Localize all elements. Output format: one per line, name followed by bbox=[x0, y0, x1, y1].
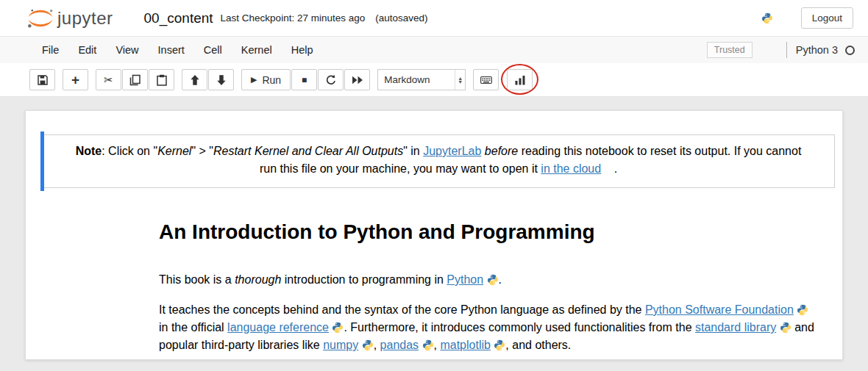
python-icon bbox=[780, 319, 791, 336]
menu-file[interactable]: File bbox=[32, 44, 68, 56]
python-icon bbox=[797, 301, 808, 319]
link-language-reference[interactable]: language reference bbox=[227, 321, 329, 334]
text-segment: It teaches the concepts behind and the s… bbox=[159, 303, 645, 316]
text-segment: Restart Kernel and Clear All Outputs bbox=[213, 145, 403, 157]
trusted-badge[interactable]: Trusted bbox=[707, 42, 753, 58]
cell-type-value: Markdown bbox=[378, 74, 455, 85]
keyboard-icon bbox=[480, 74, 492, 86]
move-up-icon bbox=[189, 74, 201, 86]
link-matplotlib[interactable]: matplotlib bbox=[440, 339, 490, 351]
link-python-software-foundation[interactable]: Python Software Foundation bbox=[645, 303, 794, 316]
python-icon bbox=[487, 271, 499, 289]
copy-button[interactable] bbox=[122, 69, 148, 90]
text-segment: " > " bbox=[191, 145, 213, 157]
link-standard-library[interactable]: standard library bbox=[695, 321, 776, 334]
cut-icon: ✂ bbox=[104, 74, 113, 85]
text-segment: before bbox=[485, 145, 518, 157]
link-jupyterlab[interactable]: JupyterLab bbox=[423, 145, 481, 157]
text-segment: . bbox=[614, 162, 617, 175]
restart-kernel-button[interactable] bbox=[318, 69, 344, 90]
notebook-header: jupyter 00_content Last Checkpoint: 27 m… bbox=[0, 0, 868, 37]
run-label: Run bbox=[262, 74, 281, 86]
link-pandas[interactable]: pandas bbox=[380, 339, 419, 351]
menu-bar: File Edit View Insert Cell Kernel Help T… bbox=[0, 37, 868, 63]
run-button[interactable]: ▶ Run bbox=[241, 69, 291, 90]
save-icon bbox=[37, 74, 49, 86]
python-icon bbox=[494, 336, 505, 354]
jupyter-logo-icon bbox=[26, 7, 54, 29]
kernel-name: Python 3 bbox=[796, 44, 838, 56]
menu-insert[interactable]: Insert bbox=[149, 44, 194, 56]
menu-cell[interactable]: Cell bbox=[194, 44, 232, 56]
paste-icon bbox=[156, 74, 168, 86]
kernel-status-icon bbox=[845, 46, 855, 55]
chevron-down-icon: ▲▼ bbox=[455, 70, 465, 90]
menu-kernel[interactable]: Kernel bbox=[232, 44, 282, 56]
restart-run-all-button[interactable] bbox=[344, 69, 370, 90]
text-segment: in the official bbox=[159, 321, 227, 334]
add-cell-button[interactable]: + bbox=[63, 69, 88, 90]
move-down-icon bbox=[216, 74, 227, 86]
chart-icon bbox=[514, 74, 526, 86]
move-down-button[interactable] bbox=[208, 69, 234, 90]
cut-button[interactable]: ✂ bbox=[96, 69, 121, 90]
python-icon bbox=[332, 319, 344, 336]
divider bbox=[786, 42, 787, 58]
intro-paragraph: This book is a thorough introduction to … bbox=[159, 271, 819, 289]
add-cell-icon: + bbox=[71, 73, 79, 87]
cell-type-select[interactable]: Markdown ▲▼ bbox=[377, 69, 466, 90]
jupyter-logo[interactable]: jupyter bbox=[26, 7, 113, 29]
link-numpy[interactable]: numpy bbox=[323, 339, 358, 351]
command-palette-button[interactable] bbox=[473, 69, 499, 90]
copy-icon bbox=[129, 74, 141, 86]
toolbar: + ✂ ▶ Run ■ Markdown ▲▼ bbox=[0, 63, 868, 97]
text-segment: . Furthermore, it introduces commonly us… bbox=[344, 321, 695, 334]
link-python[interactable]: Python bbox=[447, 273, 483, 286]
autosave-status: (autosaved) bbox=[375, 12, 427, 24]
notebook-title[interactable]: 00_content bbox=[144, 10, 213, 26]
menu-right: Trusted Python 3 bbox=[707, 42, 855, 58]
fast-forward-icon bbox=[352, 74, 363, 86]
text-segment: Note bbox=[76, 145, 102, 157]
markdown-cell[interactable]: An Introduction to Python and Programmin… bbox=[26, 220, 842, 354]
chart-button[interactable] bbox=[507, 69, 533, 90]
python-logo-icon bbox=[761, 12, 773, 24]
save-button[interactable] bbox=[29, 69, 55, 90]
note-callout: Note: Click on "Kernel" > "Restart Kerne… bbox=[42, 134, 835, 188]
stop-icon: ■ bbox=[302, 76, 307, 84]
notebook-body: Note: Click on "Kernel" > "Restart Kerne… bbox=[0, 97, 868, 370]
jupyter-logo-text: jupyter bbox=[57, 8, 113, 29]
text-segment: Kernel bbox=[157, 145, 191, 157]
menu-help[interactable]: Help bbox=[282, 44, 323, 56]
header-right: Logout bbox=[761, 7, 853, 29]
flower-icon bbox=[605, 160, 614, 178]
page-title: An Introduction to Python and Programmin… bbox=[159, 220, 819, 244]
text-segment: , bbox=[374, 339, 380, 351]
python-icon bbox=[422, 336, 434, 354]
link-in-the-cloud[interactable]: in the cloud bbox=[541, 162, 601, 175]
text-segment: thorough bbox=[235, 273, 281, 286]
details-paragraph: It teaches the concepts behind and the s… bbox=[159, 301, 819, 354]
text-segment: introduction to programming in bbox=[281, 273, 447, 286]
checkpoint-status: Last Checkpoint: 27 minutes ago bbox=[221, 12, 366, 24]
text-segment: : Click on " bbox=[102, 145, 157, 157]
text-segment: . bbox=[499, 273, 502, 286]
menu-edit[interactable]: Edit bbox=[68, 44, 106, 56]
paste-button[interactable] bbox=[149, 69, 174, 90]
play-icon: ▶ bbox=[251, 75, 257, 84]
restart-icon bbox=[325, 74, 337, 86]
text-segment: This book is a bbox=[159, 273, 235, 286]
python-icon bbox=[362, 336, 374, 354]
move-up-button[interactable] bbox=[182, 69, 207, 90]
text-segment: " in bbox=[403, 145, 423, 157]
notebook-container: Note: Click on "Kernel" > "Restart Kerne… bbox=[25, 110, 843, 360]
logout-button[interactable]: Logout bbox=[801, 7, 853, 29]
chart-button-wrap bbox=[507, 69, 533, 90]
stop-button[interactable]: ■ bbox=[291, 69, 317, 90]
text-segment: , and others. bbox=[505, 339, 571, 351]
menu-view[interactable]: View bbox=[106, 44, 148, 56]
